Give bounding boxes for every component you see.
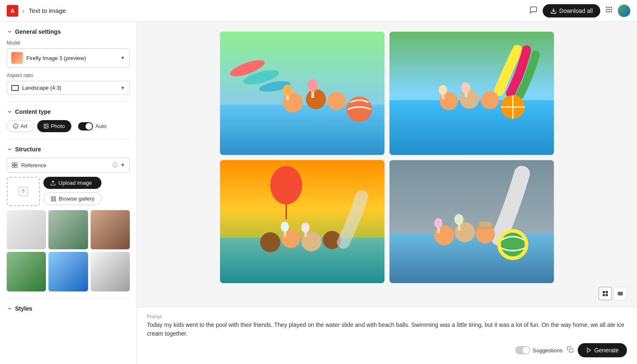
prompt-label: Prompt [147, 314, 627, 319]
svg-point-63 [434, 225, 454, 245]
generate-label: Generate [594, 347, 619, 354]
svg-point-55 [301, 231, 321, 251]
svg-point-47 [439, 85, 447, 95]
thumbnail-5[interactable] [48, 252, 88, 291]
aspect-ratio-label: Aspect ratio [7, 73, 130, 78]
reference-chevron-icon: ▼ [120, 162, 125, 168]
svg-rect-75 [606, 291, 608, 293]
thumbnail-6[interactable] [91, 252, 130, 291]
single-view-button[interactable] [614, 287, 627, 300]
grid-view-button[interactable] [599, 287, 612, 300]
content-type-row: Art Photo Auto [7, 120, 130, 132]
svg-point-32 [327, 92, 346, 110]
user-avatar[interactable] [618, 5, 630, 17]
aspect-ratio-selector[interactable]: Landscape (4:3) ▼ [7, 81, 130, 95]
thumbnail-grid [7, 210, 130, 291]
svg-rect-4 [606, 9, 607, 10]
comment-icon-button[interactable] [529, 6, 538, 16]
svg-rect-77 [606, 294, 608, 296]
browse-gallery-label: Browse gallery [59, 196, 94, 202]
upload-area: Upload image Browse gallery [7, 177, 130, 206]
aspect-selector-left: Landscape (4:3) [11, 85, 61, 91]
photo-icon [43, 123, 49, 129]
general-settings-title: General settings [15, 28, 61, 35]
reference-label: Reference [21, 162, 46, 168]
suggestions-toggle: Suggestions [515, 346, 563, 354]
svg-rect-6 [611, 9, 612, 10]
browse-gallery-button[interactable]: Browse gallery [43, 192, 101, 205]
svg-marker-80 [587, 348, 591, 353]
art-icon [13, 123, 18, 129]
prompt-text[interactable]: Today my kids went to the pool with thei… [147, 321, 627, 339]
aspect-ratio-field: Aspect ratio Landscape (4:3) ▼ [7, 73, 130, 95]
image-4 [389, 160, 554, 284]
reference-right: ⓘ ▼ [112, 161, 125, 169]
reference-selector[interactable]: Reference ⓘ ▼ [7, 158, 130, 173]
image-card-4[interactable] [389, 160, 554, 284]
styles-header[interactable]: Styles [7, 305, 130, 312]
download-all-button[interactable]: Download all [543, 4, 600, 18]
svg-point-64 [455, 222, 475, 242]
topbar: A ‹ Text to image Download all [0, 0, 637, 22]
image-2 [389, 32, 554, 155]
suggestions-label: Suggestions [533, 347, 563, 354]
photo-button[interactable]: Photo [37, 120, 71, 132]
svg-rect-5 [609, 9, 610, 10]
generate-button[interactable]: Generate [578, 343, 627, 357]
svg-rect-67 [479, 221, 492, 227]
structure-chevron-icon [7, 146, 13, 152]
model-chevron-icon: ▼ [120, 55, 125, 61]
image-card-2[interactable] [389, 32, 554, 155]
thumbnail-4[interactable] [7, 252, 46, 291]
content-area: Prompt Today my kids went to the pool wi… [137, 22, 637, 364]
svg-point-69 [434, 218, 442, 228]
svg-point-52 [270, 166, 302, 204]
svg-rect-17 [12, 166, 14, 168]
image-grid-wrapper [137, 22, 637, 293]
image-card-1[interactable] [220, 32, 384, 155]
model-selector[interactable]: Firefly Image 3 (preview) ▼ [7, 48, 130, 68]
upload-icon [50, 180, 56, 186]
thumbnail-3[interactable] [91, 210, 130, 249]
svg-rect-62 [389, 233, 554, 283]
image-card-3[interactable] [220, 160, 384, 284]
model-label: Model [7, 40, 130, 46]
thumbnail-2[interactable] [48, 210, 88, 249]
svg-point-30 [283, 93, 303, 113]
art-button[interactable]: Art [7, 120, 34, 132]
content-type-header[interactable]: Content type [7, 108, 130, 115]
svg-rect-7 [606, 11, 607, 13]
svg-rect-3 [611, 7, 612, 8]
browse-icon [51, 196, 56, 202]
thumbnail-1[interactable] [7, 210, 46, 249]
sidebar: General settings Model Firefly Image 3 (… [0, 22, 137, 364]
svg-point-14 [45, 125, 46, 126]
content-type-title: Content type [15, 108, 51, 115]
copy-button[interactable] [567, 346, 574, 354]
svg-rect-16 [15, 163, 17, 165]
general-settings-header[interactable]: General settings [7, 28, 130, 35]
back-chevron-icon: ‹ [23, 8, 25, 14]
svg-rect-74 [603, 291, 605, 293]
styles-title: Styles [15, 305, 32, 312]
grid-view-icon [602, 291, 608, 296]
upload-image-button[interactable]: Upload image [43, 177, 101, 189]
svg-point-60 [301, 222, 310, 232]
auto-toggle[interactable] [78, 122, 93, 131]
structure-header[interactable]: Structure [7, 146, 130, 153]
model-thumbnail [11, 52, 23, 64]
svg-rect-1 [606, 7, 607, 8]
download-icon [550, 8, 557, 14]
svg-point-31 [306, 89, 326, 109]
content-type-chevron-icon [7, 109, 13, 115]
main-layout: General settings Model Firefly Image 3 (… [0, 22, 637, 364]
model-field: Model Firefly Image 3 (preview) ▼ [7, 40, 130, 68]
back-button[interactable]: ‹ [23, 8, 25, 14]
apps-grid-button[interactable] [605, 6, 613, 15]
svg-point-42 [481, 91, 499, 109]
svg-rect-21 [51, 196, 53, 198]
aspect-ratio-value: Landscape (4:3) [22, 85, 61, 91]
svg-rect-78 [618, 292, 623, 296]
suggestions-toggle-switch[interactable] [515, 346, 530, 354]
svg-rect-22 [54, 196, 56, 198]
